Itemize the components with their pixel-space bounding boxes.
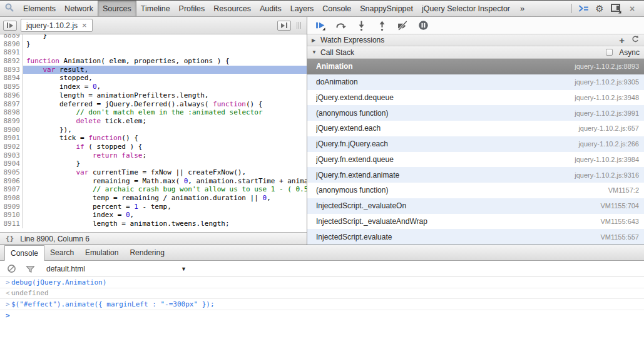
file-tab-close-icon[interactable]: × (82, 21, 87, 29)
line-number[interactable]: 8893 (0, 66, 23, 74)
toolbar-tab-snappysnippet[interactable]: SnappySnippet (355, 1, 417, 16)
line-number[interactable]: 8892 (0, 57, 23, 66)
deactivate-breakpoints-button[interactable] (397, 20, 408, 31)
line-number[interactable]: 8899 (0, 117, 23, 126)
line-number[interactable]: 8890 (0, 40, 23, 49)
line-number[interactable]: 8907 (0, 185, 23, 194)
code-text[interactable]: temp = remaining / animation.duration ||… (23, 194, 307, 203)
stack-frame-injectedscript-evaluateon[interactable]: InjectedScript._evaluateOnVM1155:704 (307, 198, 644, 214)
stack-frame-anonymous-function[interactable]: (anonymous function)VM1157:2 (307, 183, 644, 198)
stack-frame-jquery-extend-each[interactable]: jQuery.extend.eachjquery-1.10.2.js:657 (307, 121, 644, 136)
line-number[interactable]: 8897 (0, 100, 23, 109)
code-text[interactable]: var currentTime = fxNow || createFxNow()… (23, 168, 307, 177)
toolbar-tab-sources[interactable]: Sources (98, 1, 136, 16)
stack-frame-jquery-extend-dequeue[interactable]: jQuery.extend.dequeuejquery-1.10.2.js:39… (307, 90, 644, 106)
code-text[interactable]: length = animation.tweens.length; (23, 220, 307, 228)
line-number[interactable]: 8903 (0, 151, 23, 160)
watch-expressions-header[interactable]: ▶ Watch Expressions + (307, 34, 644, 46)
close-devtools-icon[interactable]: × (624, 4, 640, 13)
line-number[interactable]: 8902 (0, 143, 23, 151)
filter-funnel-icon[interactable] (26, 265, 35, 273)
code-text[interactable]: stopped, (23, 74, 307, 83)
code-text[interactable]: } (23, 159, 307, 168)
tab-overflow-chevron[interactable]: » (514, 1, 530, 16)
stack-frame-injectedscript-evaluate[interactable]: InjectedScript.evaluateVM1155:557 (307, 229, 644, 245)
line-number[interactable]: 8889 (0, 34, 23, 40)
line-number[interactable]: 8895 (0, 83, 23, 91)
code-text[interactable]: tick = function() { (23, 134, 307, 143)
stack-frame-injectedscript-evaluateandwrap[interactable]: InjectedScript._evaluateAndWrapVM1155:64… (307, 214, 644, 230)
line-number[interactable]: 8905 (0, 168, 23, 177)
drawer-tab-search[interactable]: Search (44, 245, 79, 260)
drawer-tab-console[interactable]: Console (4, 245, 44, 261)
pretty-print-icon[interactable]: {} (6, 235, 14, 243)
code-text[interactable]: deferred = jQuery.Deferred().always( fun… (23, 100, 307, 109)
toolbar-tab-network[interactable]: Network (60, 1, 98, 16)
console-prompt[interactable]: > (0, 310, 644, 321)
line-number[interactable]: 8900 (0, 126, 23, 134)
stack-frame-anonymous-function[interactable]: (anonymous function)jquery-1.10.2.js:399… (307, 105, 644, 121)
refresh-watch-icon[interactable] (631, 35, 640, 46)
resume-button[interactable] (314, 20, 325, 31)
line-number[interactable]: 8891 (0, 48, 23, 57)
settings-gear-icon[interactable]: ⚙ (591, 4, 608, 13)
line-number[interactable]: 8894 (0, 74, 23, 83)
console-drawer-icon[interactable] (575, 4, 591, 13)
async-checkbox[interactable] (606, 49, 613, 56)
drawer-tab-emulation[interactable]: Emulation (79, 245, 124, 260)
stack-frame-jquery-fn-extend-queue[interactable]: jQuery.fn.extend.queuejquery-1.10.2.js:3… (307, 152, 644, 168)
code-text[interactable]: // archaic crash bug won't allow us to u… (23, 185, 307, 194)
clear-console-icon[interactable] (7, 264, 16, 273)
code-text[interactable]: function Animation( elem, properties, op… (23, 57, 307, 66)
line-number[interactable]: 8908 (0, 194, 23, 203)
file-tab-jquery[interactable]: jquery-1.10.2.js × (21, 19, 93, 32)
line-number[interactable]: 8910 (0, 211, 23, 220)
toolbar-tab-jquery-selector-inspector[interactable]: jQuery Selector Inspector (417, 1, 514, 16)
toolbar-tab-resources[interactable]: Resources (209, 1, 255, 16)
code-text[interactable]: } (23, 34, 307, 40)
call-stack-header[interactable]: ▼ Call Stack Async (307, 46, 644, 59)
code-text[interactable]: }), (23, 126, 307, 134)
code-text[interactable]: delete tick.elem; (23, 117, 307, 126)
code-text[interactable]: // don't match elem in the :animated sel… (23, 108, 307, 117)
code-text[interactable]: index = 0, (23, 211, 307, 220)
line-number[interactable]: 8901 (0, 134, 23, 143)
code-editor[interactable]: 8889 }8890}88918892function Animation( e… (0, 34, 307, 232)
toolbar-tab-timeline[interactable]: Timeline (136, 1, 175, 16)
add-watch-expression-icon[interactable]: + (619, 36, 625, 45)
step-over-button[interactable] (335, 20, 346, 31)
toolbar-tab-layers[interactable]: Layers (286, 1, 319, 16)
pause-on-exceptions-button[interactable] (417, 20, 429, 31)
line-number[interactable]: 8906 (0, 177, 23, 186)
stack-frame-jquery-fn-extend-animate[interactable]: jQuery.fn.extend.animatejquery-1.10.2.js… (307, 167, 644, 183)
code-text[interactable] (23, 48, 307, 57)
stack-frame-animation[interactable]: Animationjquery-1.10.2.js:8893 (307, 59, 644, 74)
line-number[interactable]: 8911 (0, 220, 23, 228)
code-text[interactable]: percent = 1 - temp, (23, 203, 307, 211)
line-number[interactable]: 8909 (0, 203, 23, 211)
show-navigator-button[interactable] (3, 21, 17, 31)
toolbar-tab-elements[interactable]: Elements (19, 1, 60, 16)
drawer-tab-rendering[interactable]: Rendering (124, 245, 170, 260)
toolbar-tab-profiles[interactable]: Profiles (175, 1, 210, 16)
code-text[interactable]: var result, (23, 66, 307, 74)
execution-context-selector[interactable]: default.html ▼ (46, 265, 187, 273)
code-text[interactable]: } (23, 40, 307, 49)
stack-frame-jquery-fn-jquery-each[interactable]: jQuery.fn.jQuery.eachjquery-1.10.2.js:26… (307, 136, 644, 152)
code-text[interactable]: return false; (23, 151, 307, 160)
console-messages[interactable]: >debug(jQuery.Animation)<·undefined>$("#… (0, 277, 644, 339)
toolbar-tab-console[interactable]: Console (318, 1, 355, 16)
code-text[interactable]: index = 0, (23, 83, 307, 91)
code-text[interactable]: remaining = Math.max( 0, animation.start… (23, 177, 307, 186)
dock-side-icon[interactable] (608, 4, 624, 14)
step-out-button[interactable] (376, 20, 387, 31)
line-number[interactable]: 8904 (0, 159, 23, 168)
line-number[interactable]: 8896 (0, 91, 23, 100)
code-text[interactable]: if ( stopped ) { (23, 143, 307, 151)
inspect-element-button[interactable] (0, 1, 19, 16)
line-number[interactable]: 8898 (0, 108, 23, 117)
panel-splitter-handle-icon[interactable] (297, 22, 301, 29)
code-text[interactable]: length = animationPrefilters.length, (23, 91, 307, 100)
toolbar-tab-audits[interactable]: Audits (255, 1, 286, 16)
stack-frame-doanimation[interactable]: doAnimationjquery-1.10.2.js:9305 (307, 74, 644, 90)
